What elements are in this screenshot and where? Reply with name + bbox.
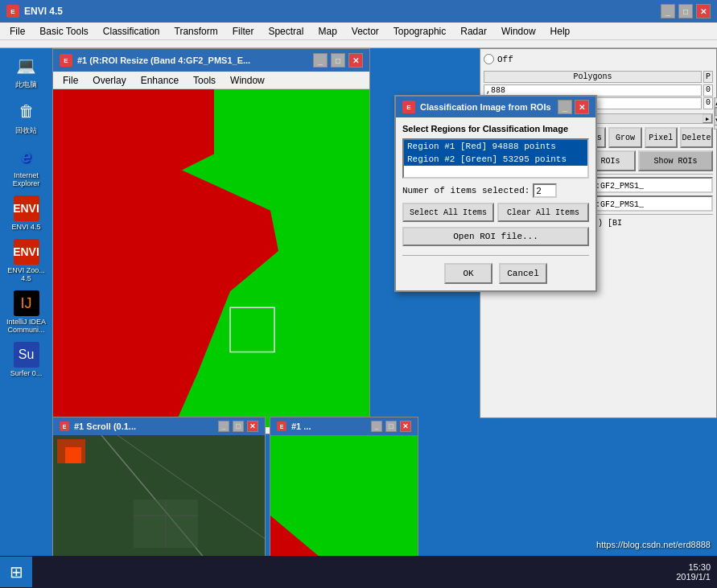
menu-help[interactable]: Help (544, 24, 577, 39)
another-image (270, 435, 418, 569)
intellij-icon: IJ (14, 290, 39, 316)
scrollbar-v[interactable]: ▲ ▼ (714, 97, 717, 130)
roi-menu-tools[interactable]: Tools (187, 73, 222, 88)
roi-menu-window[interactable]: Window (224, 73, 271, 88)
another-window-title: #1 ... (291, 421, 311, 431)
roi-window-controls: _ □ ✕ (313, 53, 363, 68)
roi-menu-file[interactable]: File (56, 73, 84, 88)
scroll-image (53, 435, 265, 569)
main-window: E ENVI 4.5 _ □ ✕ File Basic Tools Classi… (0, 0, 717, 48)
roi-menu-enhance[interactable]: Enhance (134, 73, 185, 88)
roi-maximize-button[interactable]: □ (331, 53, 345, 68)
envi-zoo-label: ENVI Zoo... 4.5 (4, 266, 48, 282)
menu-map[interactable]: Map (311, 24, 343, 39)
recycle-label: 回收站 (15, 125, 37, 136)
another-window: E #1 ... _ □ ✕ (270, 417, 418, 574)
scroll-envi-icon: E (60, 421, 69, 431)
scroll-window-controls: _ □ ✕ (218, 421, 258, 432)
intellij-label: IntelliJ IDEA Communi... (4, 318, 48, 334)
desktop-icon-surfer[interactable]: Su Surfer 0... (4, 342, 48, 377)
dialog-separator (402, 255, 589, 256)
scroll-minimize[interactable]: _ (218, 421, 229, 432)
menu-topographic[interactable]: Topographic (387, 24, 452, 39)
select-all-items-button[interactable]: Select All Items (402, 203, 494, 222)
main-title: ENVI 4.5 (24, 6, 63, 17)
num-items-input[interactable] (533, 183, 557, 198)
roi-envi-icon: E (60, 54, 72, 67)
num-items-label: Numer of items selected: (402, 186, 530, 195)
region-item-2[interactable]: Region #2 [Green] 53295 points (404, 153, 587, 166)
classification-dialog: E Classification Image from ROIs _ ✕ Sel… (394, 95, 597, 292)
start-button[interactable]: ⊞ (0, 557, 32, 587)
delete-button[interactable]: Delete (680, 127, 713, 148)
classification-dialog-body: Select Regions for Classification Image … (396, 117, 595, 290)
region-list: Region #1 [Red] 94888 points Region #2 [… (402, 138, 589, 179)
roi-resize-window: E #1 (R:ROI Resize (Band 4:GF2_PMS1_E...… (52, 48, 370, 434)
grow-button[interactable]: Grow (608, 127, 641, 148)
menu-classification[interactable]: Classification (97, 24, 167, 39)
scroll-maximize[interactable]: □ (233, 421, 244, 432)
another-close[interactable]: ✕ (400, 421, 411, 432)
envi-app-icon: E (6, 5, 19, 18)
roi-minimize-button[interactable]: _ (313, 53, 328, 68)
classification-body-label: Select Regions for Classification Image (402, 124, 589, 134)
time-display: 15:30 (676, 562, 711, 572)
desktop-icon-ie[interactable]: e Internet Explorer (4, 144, 48, 187)
scroll-window-title: #1 Scroll (0.1... (74, 421, 136, 431)
minimize-button[interactable]: _ (661, 4, 675, 19)
classification-dialog-title: Classification Image from ROIs (420, 102, 551, 112)
desktop-icon-intellij[interactable]: IJ IntelliJ IDEA Communi... (4, 290, 48, 334)
menu-radar[interactable]: Radar (454, 24, 493, 39)
desktop-icons: 💻 此电脑 🗑 回收站 e Internet Explorer ENVI ENV… (0, 48, 52, 381)
computer-icon: 💻 (14, 52, 39, 78)
menu-window[interactable]: Window (495, 24, 542, 39)
select-clear-buttons: Select All Items Clear All Items (402, 203, 589, 222)
desktop-icon-envi[interactable]: ENVI ENVI 4.5 (4, 195, 48, 231)
maximize-button[interactable]: □ (678, 4, 693, 19)
menu-filter[interactable]: Filter (226, 24, 261, 39)
ok-button[interactable]: OK (444, 263, 492, 284)
clear-all-items-button[interactable]: Clear All Items (497, 203, 589, 222)
desktop-icon-recycle[interactable]: 🗑 回收站 (4, 98, 48, 136)
row2-p: 0 (703, 97, 713, 109)
envi-zoo-icon: ENVI (14, 239, 39, 265)
menu-transform[interactable]: Transform (168, 24, 225, 39)
desktop-icon-computer[interactable]: 💻 此电脑 (4, 52, 48, 90)
scroll-image-svg (53, 435, 265, 569)
surfer-label: Surfer 0... (10, 369, 43, 377)
scroll-right[interactable]: ▶ (703, 114, 712, 123)
col-polygons: Polygons (484, 71, 702, 83)
show-rois-button[interactable]: Show ROIs (638, 150, 713, 171)
menu-spectral[interactable]: Spectral (262, 24, 310, 39)
roi-menu-bar: File Overlay Enhance Tools Window (53, 72, 369, 89)
main-title-bar: E ENVI 4.5 _ □ ✕ (0, 0, 717, 23)
roi-menu-overlay[interactable]: Overlay (86, 73, 132, 88)
off-radio[interactable] (484, 54, 494, 64)
region-item-1[interactable]: Region #1 [Red] 94888 points (404, 140, 587, 153)
roi-image-svg (53, 89, 369, 427)
menu-basic-tools[interactable]: Basic Tools (33, 24, 94, 39)
pixel-button[interactable]: Pixel (645, 127, 678, 148)
recycle-icon: 🗑 (14, 98, 39, 124)
classification-dialog-controls: _ ✕ (558, 100, 589, 114)
classification-envi-icon: E (402, 101, 415, 113)
another-minimize[interactable]: _ (371, 421, 382, 432)
scroll-window-title-bar: E #1 Scroll (0.1... _ □ ✕ (53, 417, 265, 435)
menu-file[interactable]: File (3, 24, 31, 39)
roi-window-title: #1 (R:ROI Resize (Band 4:GF2_PMS1_E... (77, 56, 250, 65)
scroll-close[interactable]: ✕ (247, 421, 258, 432)
envi-icon: ENVI (14, 195, 39, 221)
open-roi-file-button[interactable]: Open ROI file... (402, 227, 589, 246)
close-button[interactable]: ✕ (696, 4, 711, 19)
classification-minimize-button[interactable]: _ (558, 100, 572, 114)
another-maximize[interactable]: □ (385, 421, 397, 432)
menu-vector[interactable]: Vector (345, 24, 385, 39)
desktop-icon-envi-zoo[interactable]: ENVI ENVI Zoo... 4.5 (4, 239, 48, 282)
roi-close-button[interactable]: ✕ (348, 53, 363, 68)
cancel-button[interactable]: Cancel (499, 263, 547, 284)
classification-close-button[interactable]: ✕ (575, 100, 589, 114)
main-menu-bar: File Basic Tools Classification Transfor… (0, 23, 717, 40)
off-label: Off (497, 55, 513, 64)
another-image-svg (270, 435, 418, 569)
roi-resize-title-bar: E #1 (R:ROI Resize (Band 4:GF2_PMS1_E...… (53, 49, 369, 72)
